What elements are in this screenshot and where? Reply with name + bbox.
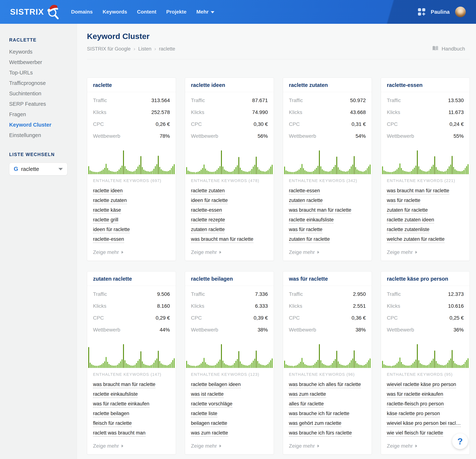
sparkline-bar <box>339 364 340 368</box>
keyword-link[interactable]: was brauche ich fürs raclette <box>289 430 352 437</box>
keyword-link[interactable]: raclette einkaufsliste <box>289 217 334 224</box>
keyword-link[interactable]: raclett was braucht man <box>93 430 145 437</box>
show-more-link[interactable]: Zeige mehr <box>283 249 372 261</box>
keyword-link[interactable]: raclette ideen <box>93 188 123 194</box>
keyword-list-item: käse raclette pro person <box>387 411 464 417</box>
show-more-link[interactable]: Zeige mehr <box>87 249 176 261</box>
sidebar-item-top-urls[interactable]: Top-URLs <box>9 67 77 78</box>
sistrix-logo[interactable]: SISTRIX <box>10 3 61 21</box>
list-selector-dropdown[interactable]: G raclette <box>9 163 67 175</box>
keyword-link[interactable]: ideen für raclette <box>191 198 228 204</box>
keyword-link[interactable]: zutaten für raclette <box>289 236 330 243</box>
keyword-link[interactable]: raclette zutaten <box>93 198 127 204</box>
nav-item-keywords[interactable]: Keywords <box>102 9 127 15</box>
sparkline-bar <box>233 171 234 174</box>
sidebar-item-fragen[interactable]: Fragen <box>9 109 77 120</box>
keyword-link[interactable]: raclette beilagen <box>93 411 129 417</box>
keyword-list-item: was brauche ich alles für raclette <box>289 382 366 388</box>
nav-item-content[interactable]: Content <box>137 9 156 15</box>
nav-item-mehr[interactable]: Mehr <box>196 9 215 15</box>
show-more-link[interactable]: Zeige mehr <box>185 443 274 454</box>
keyword-link[interactable]: was für raclette <box>289 227 323 233</box>
sidebar-item-einstellungen[interactable]: Einstellungen <box>9 130 77 141</box>
nav-item-domains[interactable]: Domains <box>71 9 93 15</box>
sparkline-bar <box>100 171 101 174</box>
keyword-link[interactable]: raclette liste <box>191 411 217 417</box>
sidebar-item-keyword-cluster[interactable]: Keyword Cluster <box>9 120 77 130</box>
keyword-link[interactable]: was braucht man für raclette <box>191 236 253 243</box>
keyword-link[interactable]: was ist raclette <box>191 391 224 398</box>
keyword-link[interactable]: was braucht man für raclette <box>387 188 449 194</box>
sparkline-bar <box>194 172 195 174</box>
breadcrumb-item[interactable]: Listen <box>138 46 151 52</box>
user-avatar[interactable] <box>455 7 466 17</box>
keyword-link[interactable]: was braucht man für raclette <box>93 382 155 388</box>
stat-row-clicks: Klicks 8.160 <box>93 303 170 315</box>
keyword-link[interactable]: zutaten für raclette <box>387 207 428 214</box>
keyword-link[interactable]: raclette beilagen ideen <box>191 382 241 388</box>
sparkline-bar <box>243 365 244 368</box>
cluster-card-stats: Traffic 7.336 Klicks 6.333 CPC 0,39 € We… <box>185 286 274 339</box>
keyword-link[interactable]: ideen für raclette <box>93 227 130 233</box>
stat-label-cpc: CPC <box>191 121 202 127</box>
keyword-link[interactable]: raclette zutatenliste <box>387 227 430 233</box>
keyword-link[interactable]: raclette zutaten <box>191 188 225 194</box>
breadcrumb-item[interactable]: SISTRIX für Google <box>87 46 131 52</box>
keyword-link[interactable]: was gehört zum raclette <box>289 420 341 427</box>
sidebar-item-serp-features[interactable]: SERP Features <box>9 99 77 109</box>
keyword-link[interactable]: raclette einkaufsliste <box>93 391 138 398</box>
apps-grid-icon[interactable] <box>418 8 425 16</box>
keyword-link[interactable]: raclette zutaten ideen <box>387 217 434 224</box>
keyword-link[interactable]: raclette-essen <box>191 207 222 214</box>
keyword-link[interactable]: raclette-fleisch pro person <box>387 401 444 408</box>
keyword-link[interactable]: was zum raclette <box>191 430 228 437</box>
show-more-link[interactable]: Zeige mehr <box>381 249 470 261</box>
show-more-link[interactable]: Zeige mehr <box>87 443 176 454</box>
sidebar-item-suchintention[interactable]: Suchintention <box>9 88 77 99</box>
keyword-link[interactable]: zutaten raclette <box>289 198 323 204</box>
keyword-link[interactable]: was zum raclette <box>289 391 326 398</box>
keyword-link[interactable]: alles für raclette <box>289 401 324 408</box>
keyword-link[interactable]: raclette grill <box>93 217 118 224</box>
stat-row-competition: Wettbewerb 44% <box>93 327 170 339</box>
keyword-link[interactable]: raclette vorschläge <box>191 401 232 408</box>
keyword-link[interactable]: wie viel fleisch für raclette <box>387 430 443 437</box>
user-name[interactable]: Paulina <box>431 9 450 15</box>
show-more-link[interactable]: Zeige mehr <box>283 443 372 454</box>
keyword-link[interactable]: beilagen raclette <box>191 420 227 427</box>
keyword-link[interactable]: welche zutaten für raclette <box>387 236 444 243</box>
sidebar-item-keywords[interactable]: Keywords <box>9 47 77 57</box>
keyword-link[interactable]: wieviel käse pro person bei racl… <box>387 420 461 427</box>
keyword-link[interactable]: raclette-essen <box>289 188 320 194</box>
keyword-link[interactable]: was für raclette einkaufen <box>387 391 443 398</box>
show-more-link[interactable]: Zeige mehr <box>185 249 274 261</box>
keyword-link[interactable]: was braucht man für raclette <box>289 207 351 214</box>
keyword-link[interactable]: was für raclette <box>387 198 420 204</box>
keyword-link[interactable]: was für raclette einkaufen <box>93 401 149 408</box>
keyword-link[interactable]: fleisch für raclette <box>93 420 132 427</box>
sparkline-bar <box>452 350 453 368</box>
keyword-link[interactable]: zutaten raclette <box>191 227 225 233</box>
keyword-link[interactable]: wieviel raclette käse pro person <box>387 382 456 388</box>
sidebar-item-wettbewerber[interactable]: Wettbewerber <box>9 57 77 67</box>
stat-value-traffic: 13.530 <box>448 98 464 103</box>
keyword-link[interactable]: was brauche ich für raclette <box>289 411 349 417</box>
keyword-list-item: raclette-fleisch pro person <box>387 401 464 408</box>
keyword-link[interactable]: raclette käse <box>93 207 121 214</box>
sidebar-item-trafficprognose[interactable]: Trafficprognose <box>9 78 77 88</box>
breadcrumb-row: SISTRIX für Google›Listen›raclette Handb… <box>87 46 470 52</box>
manual-link[interactable]: Handbuch <box>432 46 465 52</box>
sparkline-bar <box>101 364 102 368</box>
keyword-link[interactable]: raclette rezepte <box>191 217 225 224</box>
nav-item-label: Keywords <box>102 9 127 15</box>
keyword-list-item: was gehört zum raclette <box>289 420 366 427</box>
sparkline-bar <box>360 171 360 174</box>
chevron-right-icon <box>122 444 123 448</box>
stat-row-competition: Wettbewerb 78% <box>93 133 170 145</box>
keyword-link[interactable]: was brauche ich alles für raclette <box>289 382 361 388</box>
sparkline-bar <box>104 168 105 174</box>
keyword-link[interactable]: raclette-essen <box>93 236 124 243</box>
help-button[interactable]: ? <box>452 433 468 449</box>
nav-item-projekte[interactable]: Projekte <box>166 9 187 15</box>
keyword-link[interactable]: käse raclette pro person <box>387 411 440 417</box>
